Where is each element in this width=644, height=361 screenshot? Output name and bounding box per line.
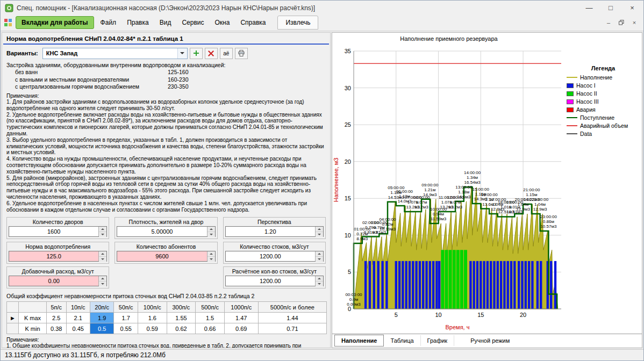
table-col-header[interactable]: 10п/с: [66, 302, 90, 313]
minimize-button[interactable]: —: [580, 2, 598, 15]
table-cell[interactable]: 1.55: [167, 313, 196, 323]
legend-swatch-icon: [567, 99, 574, 104]
chart-tab-3[interactable]: График: [421, 335, 455, 346]
menu-item-5[interactable]: Окна: [209, 16, 235, 29]
table-col-header[interactable]: 300п/с: [167, 302, 196, 313]
row-marker: [7, 323, 19, 334]
table-cell[interactable]: 0.45: [66, 323, 90, 334]
panel-title: Норма водопотребления СНиП 2.04.02-84* п…: [2, 33, 330, 44]
combo-dropdown-button[interactable]: [177, 48, 187, 59]
field-input[interactable]: 1.20: [225, 226, 324, 237]
spin-up-button[interactable]: [316, 227, 323, 232]
field-spinner[interactable]: [207, 251, 215, 261]
variant-select[interactable]: КНС Запад: [42, 48, 188, 59]
field-input[interactable]: 1600: [9, 226, 107, 237]
table-cell[interactable]: 0.69: [224, 323, 258, 334]
rename-variant-button[interactable]: aё: [220, 48, 233, 59]
table-col-header[interactable]: 5000п/с и более: [258, 302, 326, 313]
svg-text:10: 10: [345, 232, 351, 238]
menu-item-3[interactable]: Вид: [154, 16, 177, 29]
spin-down-button[interactable]: [207, 232, 215, 237]
spin-down-button[interactable]: [316, 232, 323, 237]
spin-up-button[interactable]: [316, 251, 323, 257]
table-cell[interactable]: 2.1: [66, 313, 90, 323]
table-col-header[interactable]: 1000п/с: [224, 302, 258, 313]
table-col-header[interactable]: 50п/с: [114, 302, 138, 313]
mdi-restore-button[interactable]: [616, 17, 627, 28]
add-variant-button[interactable]: [190, 48, 203, 59]
svg-text:22:00:00: 22:00:00: [532, 197, 549, 202]
spin-down-button[interactable]: [207, 257, 215, 262]
field-input[interactable]: 125.0: [9, 251, 107, 262]
spin-down-button[interactable]: [316, 281, 323, 286]
table-col-header[interactable]: 20п/с: [90, 302, 114, 313]
print-variant-button[interactable]: [235, 48, 248, 59]
building-row-value: 230-350: [168, 83, 189, 91]
svg-text:5: 5: [348, 269, 351, 275]
svg-text:14:00:00: 14:00:00: [464, 170, 481, 175]
menu-item-4[interactable]: Сервис: [176, 16, 209, 29]
table-cell[interactable]: 0.62: [167, 323, 196, 334]
table-cell[interactable]: 1.9: [90, 313, 114, 323]
table-cell[interactable]: 1.6: [138, 313, 167, 323]
table-cell[interactable]: 0.66: [196, 323, 225, 334]
table-col-header[interactable]: 100п/с: [138, 302, 167, 313]
table-cell[interactable]: 2.5: [47, 313, 67, 323]
note-item: 6. Удельное водопотребление в населенных…: [6, 200, 326, 213]
spin-up-button[interactable]: [207, 251, 215, 257]
field-input[interactable]: 5.00000: [117, 226, 215, 237]
field-spinner[interactable]: [315, 251, 323, 261]
field-input[interactable]: 9600: [117, 251, 215, 262]
maximize-button[interactable]: □: [602, 2, 620, 15]
menu-item-1[interactable]: Файл: [95, 16, 122, 29]
table-cell[interactable]: 0.71: [258, 323, 326, 334]
chart-tab-2[interactable]: Таблица: [384, 335, 420, 346]
chart-row: 05101520253035510152000:00:000.0м0.00м30…: [332, 44, 642, 334]
reservoir-chart[interactable]: 05101520253035510152000:00:000.0м0.00м30…: [332, 44, 566, 334]
chart-tab-1[interactable]: Наполнение: [334, 335, 384, 346]
spin-down-button[interactable]: [99, 257, 106, 262]
field-spinner[interactable]: [315, 276, 323, 286]
work-tabs-button[interactable]: Вкладки для работы: [16, 16, 94, 29]
field-input[interactable]: 0.00: [9, 276, 107, 286]
field-spinner[interactable]: [98, 227, 106, 236]
table-cell[interactable]: 0.5: [90, 323, 114, 334]
chart-tab-4[interactable]: Ручной режим: [464, 335, 516, 346]
spin-up-button[interactable]: [99, 276, 106, 281]
table-cell[interactable]: 0.38: [47, 323, 67, 334]
table-cell[interactable]: 1.44: [258, 313, 326, 323]
field-spinner[interactable]: [98, 251, 106, 261]
spin-up-button[interactable]: [316, 276, 323, 281]
close-button[interactable]: ×: [623, 2, 641, 15]
mdi-minimize-button[interactable]: –: [603, 17, 614, 28]
spin-down-button[interactable]: [99, 232, 106, 237]
menu-item-6[interactable]: Справка: [235, 16, 271, 29]
table-cell[interactable]: 1.7: [114, 313, 138, 323]
menu-item-2[interactable]: Правка: [121, 16, 154, 29]
field-spinner[interactable]: [207, 227, 215, 236]
table-cell[interactable]: 0.55: [114, 323, 138, 334]
mdi-close-button[interactable]: ×: [628, 17, 640, 28]
spin-down-button[interactable]: [99, 281, 106, 286]
legend-swatch-icon: [567, 133, 577, 134]
tab-extract[interactable]: Извлечь: [277, 16, 318, 30]
spin-up-button[interactable]: [207, 227, 215, 232]
field-input[interactable]: 1200.00: [225, 251, 324, 262]
table-cell[interactable]: 1.5: [196, 313, 225, 323]
table-col-header[interactable]: 5п/с: [47, 302, 67, 313]
legend-items: НаполнениеНасос IНасос IIНасос IIIАвария…: [567, 74, 640, 138]
spin-up-button[interactable]: [99, 227, 106, 232]
table-col-header[interactable]: 500п/с: [196, 302, 225, 313]
spin-up-button[interactable]: [99, 251, 106, 257]
svg-text:35: 35: [345, 48, 351, 54]
spin-down-button[interactable]: [316, 257, 323, 262]
field-spinner[interactable]: [315, 227, 323, 236]
table-cell[interactable]: 1.47: [224, 313, 258, 323]
legend-item: Наполнение: [567, 74, 640, 82]
table-cell[interactable]: 0.59: [138, 323, 167, 334]
field-input[interactable]: 1200.00: [225, 276, 324, 286]
svg-text:20: 20: [345, 158, 351, 164]
delete-variant-button[interactable]: [205, 48, 218, 59]
svg-text:15: 15: [477, 312, 484, 318]
field-spinner[interactable]: [98, 276, 106, 286]
